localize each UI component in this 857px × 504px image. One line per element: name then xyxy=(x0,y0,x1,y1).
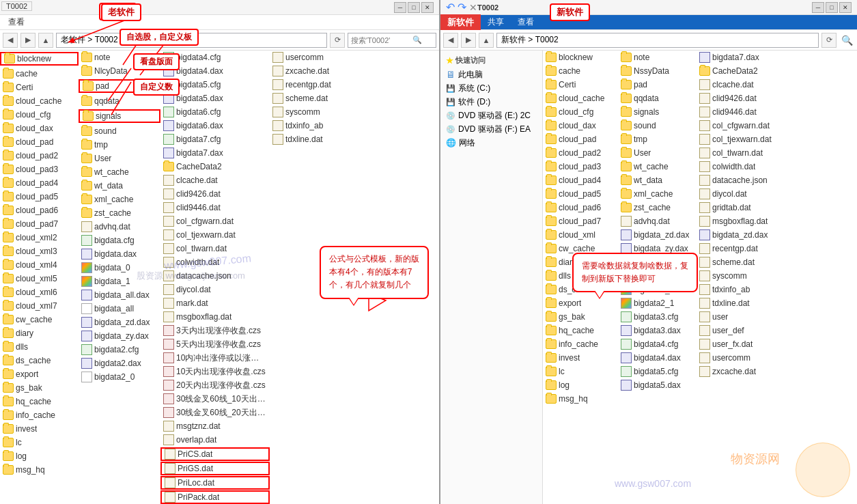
file-msgtznz[interactable]: msgtznz.dat xyxy=(160,419,270,433)
file-bigdata2-dax[interactable]: bigdata2.dax xyxy=(79,356,160,370)
menu-view-left[interactable]: 查看 xyxy=(5,15,27,29)
forward-btn[interactable]: ▶ xyxy=(20,33,36,48)
file-bigdata-zy[interactable]: bigdata_zy.dax xyxy=(79,329,160,343)
qa-network[interactable]: 🌐 网络 xyxy=(440,136,542,150)
r-folder-sound[interactable]: sound xyxy=(618,119,697,132)
qa-c-drive[interactable]: 💾 系统 (C:) xyxy=(440,81,542,95)
file-tdxinfo[interactable]: tdxinfo_ab xyxy=(270,119,439,132)
r-folder-wt-cache[interactable]: wt_cache xyxy=(618,160,697,173)
r-folder-info-cache[interactable]: info_cache xyxy=(543,337,618,351)
r-file-syscomm[interactable]: syscomm xyxy=(697,269,857,283)
folder-cloud-pad7[interactable]: cloud_pad7 xyxy=(0,217,79,231)
r-folder-cache[interactable]: cache xyxy=(543,64,618,78)
r-file-scheme[interactable]: scheme.dat xyxy=(697,255,857,269)
r-folder-cloud-pad3[interactable]: cloud_pad3 xyxy=(543,160,618,173)
file-bigdata-0[interactable]: bigdata_0 xyxy=(79,261,160,275)
file-syscomm[interactable]: syscomm xyxy=(270,105,439,119)
r-file-col-tlwarn[interactable]: col_tlwarn.dat xyxy=(697,146,857,160)
refresh-btn-left[interactable]: ⟳ xyxy=(330,33,345,48)
folder-cloud-xml5[interactable]: cloud_xml5 xyxy=(0,272,79,285)
menu-view-right[interactable]: 查看 xyxy=(511,14,541,30)
file-scheme[interactable]: scheme.dat xyxy=(270,92,439,105)
folder-dlls[interactable]: dlls xyxy=(0,340,79,354)
file-bigdata5-cfg[interactable]: bigdata5.cfg xyxy=(160,78,270,92)
folder-cloud-pad5[interactable]: cloud_pad5 xyxy=(0,190,79,204)
folder-cw-cache[interactable]: cw_cache xyxy=(0,313,79,326)
file-czs-3day[interactable]: 3天内出现涨停收盘.czs xyxy=(160,324,270,337)
file-clid9446[interactable]: clid9446.dat xyxy=(160,201,270,214)
r-file-clid9446[interactable]: clid9446.dat xyxy=(697,105,857,119)
r-folder-cloud-pad4[interactable]: cloud_pad4 xyxy=(543,173,618,187)
right-close-btn[interactable]: ✕ xyxy=(839,2,852,13)
file-recentgp[interactable]: recentgp.dat xyxy=(270,78,439,92)
folder-pad[interactable]: pad xyxy=(79,79,160,93)
folder-cachedata2[interactable]: CacheData2 xyxy=(160,160,270,173)
r-file-zxcache[interactable]: zxcache.dat xyxy=(697,365,857,378)
refresh-btn-right[interactable]: ⟳ xyxy=(821,33,837,48)
r-file-datacache[interactable]: datacache.json xyxy=(697,173,857,187)
r-folder-user[interactable]: User xyxy=(618,146,697,160)
close-btn[interactable]: ✕ xyxy=(421,2,434,13)
left-search-input[interactable] xyxy=(351,36,412,44)
folder-lc[interactable]: lc xyxy=(0,436,79,449)
qa-dvd-f[interactable]: 💿 DVD 驱动器 (F:) EA xyxy=(440,122,542,136)
left-address-bar[interactable]: 老软件 > T0002 xyxy=(56,33,327,48)
folder-export[interactable]: export xyxy=(0,367,79,381)
folder-invest[interactable]: invest xyxy=(0,422,79,436)
folder-cloud-pad4[interactable]: cloud_pad4 xyxy=(0,176,79,190)
file-clid9426[interactable]: clid9426.dat xyxy=(160,187,270,201)
file-bigdata-zd[interactable]: bigdata_zd.dax xyxy=(79,316,160,329)
file-diycol[interactable]: diycol.dat xyxy=(160,283,270,296)
folder-sound[interactable]: sound xyxy=(79,124,160,138)
right-maximize-btn[interactable]: □ xyxy=(826,2,838,13)
r-file-advhq[interactable]: advhq.dat xyxy=(618,214,697,228)
file-bigdata2-cfg[interactable]: bigdata2.cfg xyxy=(79,343,160,356)
right-up-btn[interactable]: ▲ xyxy=(479,33,494,48)
folder-cache[interactable]: cache xyxy=(0,67,79,81)
file-col-tjexwarn[interactable]: col_tjexwarn.dat xyxy=(160,228,270,242)
qa-dvd-e[interactable]: 💿 DVD 驱动器 (E:) 2C xyxy=(440,109,542,122)
file-czs-20day[interactable]: 20天内出现涨停收盘.czs xyxy=(160,378,270,392)
r-file-recentgp[interactable]: recentgp.dat xyxy=(697,242,857,255)
r-file-bigdata2-cfg[interactable]: bigdata2.cfg xyxy=(618,255,697,269)
folder-hq-cache[interactable]: hq_cache xyxy=(0,395,79,408)
file-prics[interactable]: PriCS.dat xyxy=(160,447,270,461)
file-col-cfgwarn[interactable]: col_cfgwarn.dat xyxy=(160,214,270,228)
folder-wt-cache[interactable]: wt_cache xyxy=(79,165,160,179)
r-file-user-fx[interactable]: user_fx.dat xyxy=(697,337,857,351)
tab-new-software[interactable]: 新软件 xyxy=(440,14,481,31)
r-folder-qqdata[interactable]: qqdata xyxy=(618,92,697,105)
r-folder-dlls[interactable]: dlls xyxy=(543,269,618,283)
file-datacache[interactable]: datacache.json xyxy=(160,269,270,283)
r-folder-cachedata2[interactable]: CacheData2 xyxy=(697,64,857,78)
folder-cloud-xml7[interactable]: cloud_xml7 xyxy=(0,299,79,313)
r-file-clcache[interactable]: clcache.dat xyxy=(697,78,857,92)
file-bigdata7-cfg[interactable]: bigdata7.cfg xyxy=(160,132,270,146)
r-folder-pad[interactable]: pad xyxy=(618,78,697,92)
r-file-col-cfgwarn[interactable]: col_cfgwarn.dat xyxy=(697,119,857,132)
r-folder-certi[interactable]: Certi xyxy=(543,78,618,92)
file-bigdata-dax[interactable]: bigdata.dax xyxy=(79,247,160,261)
folder-cloud-xml6[interactable]: cloud_xml6 xyxy=(0,285,79,299)
r-folder-xml-cache[interactable]: xml_cache xyxy=(618,187,697,201)
r-folder-wt-data[interactable]: wt_data xyxy=(618,173,697,187)
r-file-user-def[interactable]: user_def xyxy=(697,324,857,337)
r-folder-cloud-cfg[interactable]: cloud_cfg xyxy=(543,105,618,119)
file-msgboxflag[interactable]: msgboxflag.dat xyxy=(160,310,270,324)
file-czs-30line-10[interactable]: 30线金叉60线_10天出现涨停收盘.czs xyxy=(160,392,270,406)
folder-nlcydata[interactable]: NlcyData xyxy=(79,64,160,78)
r-file-user[interactable]: user xyxy=(697,310,857,324)
folder-user[interactable]: User xyxy=(79,152,160,165)
r-folder-invest[interactable]: invest xyxy=(543,351,618,365)
right-address-bar[interactable]: 新软件 > T0002 xyxy=(496,33,819,48)
folder-cloud-pad3[interactable]: cloud_pad3 xyxy=(0,163,79,176)
folder-signals[interactable]: signals xyxy=(79,109,160,123)
file-priloc[interactable]: PriLoc.dat xyxy=(160,476,270,490)
folder-log[interactable]: log xyxy=(0,449,79,463)
file-bigdata7-dax[interactable]: bigdata7.dax xyxy=(160,146,270,160)
right-back-btn[interactable]: ◀ xyxy=(443,33,458,48)
folder-diary[interactable]: diary xyxy=(0,326,79,340)
r-file-tdxinfo[interactable]: tdxinfo_ab xyxy=(697,283,857,296)
r-file-bigdata4-cfg[interactable]: bigdata4.cfg xyxy=(618,337,697,351)
file-bigdata5-dax[interactable]: bigdata5.dax xyxy=(160,92,270,105)
